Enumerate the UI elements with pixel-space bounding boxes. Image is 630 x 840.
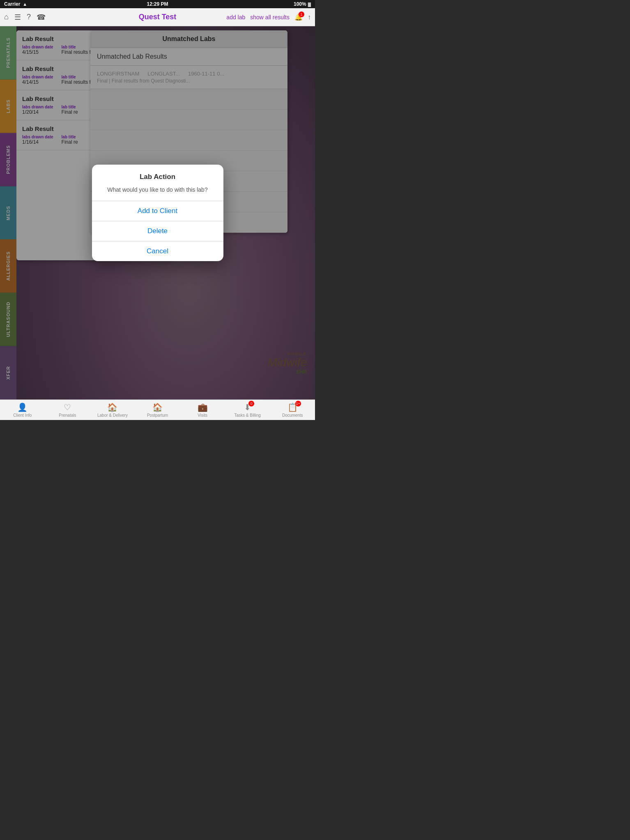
- wifi-icon: ▲: [23, 2, 27, 7]
- app-title: Quest Test: [139, 13, 177, 21]
- tab-postpartum[interactable]: 🏠 Postpartum: [135, 400, 180, 420]
- tab-prenatals[interactable]: ♡ Prenatals: [45, 400, 90, 420]
- tab-client-info-label: Client Info: [13, 413, 32, 418]
- documents-badge-container: 📋 1+: [287, 402, 298, 412]
- tasks-badge: 0: [248, 401, 254, 406]
- top-nav: ⌂ ☰ ? ☎ Quest Test add lab show all resu…: [0, 8, 315, 26]
- tasks-badge-container: ⬇ 0: [244, 402, 251, 412]
- help-icon[interactable]: ?: [27, 13, 31, 21]
- tab-visits[interactable]: 💼 Visits: [180, 400, 225, 420]
- client-info-icon: 👤: [17, 402, 28, 412]
- tab-documents-label: Documents: [282, 413, 303, 418]
- labor-icon: 🏠: [107, 402, 117, 412]
- tab-tasks-label: Tasks & Billing: [234, 413, 260, 418]
- bg-content: PRENATALS LABS PROBLEMS MEDS ALLERGIES U…: [0, 26, 315, 399]
- tab-labor-delivery[interactable]: 🏠 Labor & Delivery: [90, 400, 135, 420]
- postpartum-icon: 🏠: [152, 402, 163, 412]
- documents-badge: 1+: [295, 401, 301, 406]
- home-icon[interactable]: ⌂: [4, 13, 9, 21]
- add-to-client-button[interactable]: Add to Client: [92, 201, 223, 221]
- delete-button[interactable]: Delete: [92, 221, 223, 241]
- lab-action-dialog: Lab Action What would you like to do wit…: [92, 165, 223, 261]
- top-nav-right: add lab show all results 🔔 1 ↑: [226, 13, 311, 21]
- battery-icon: ▓: [308, 2, 311, 7]
- menu-icon[interactable]: ☰: [14, 13, 21, 22]
- battery-text: 100%: [294, 1, 306, 7]
- nav-icons: ⌂ ☰ ? ☎: [4, 13, 46, 22]
- time-display: 12:29 PM: [147, 1, 168, 7]
- dialog-message: What would you like to do with this lab?: [92, 184, 223, 201]
- notification-badge: 1: [299, 11, 304, 17]
- show-all-results-link[interactable]: show all results: [250, 14, 290, 21]
- prenatals-icon: ♡: [64, 402, 71, 412]
- dialog-title: Lab Action: [100, 173, 215, 181]
- cancel-button[interactable]: Cancel: [92, 241, 223, 261]
- tab-visits-label: Visits: [198, 413, 207, 418]
- modal-overlay[interactable]: Lab Action What would you like to do wit…: [0, 26, 315, 399]
- tab-labor-label: Labor & Delivery: [97, 413, 128, 418]
- status-bar: Carrier ▲ 12:29 PM 100% ▓: [0, 0, 315, 8]
- share-icon[interactable]: ↑: [308, 14, 311, 21]
- tab-documents[interactable]: 📋 1+ Documents: [270, 400, 315, 420]
- bottom-tabbar: 👤 Client Info ♡ Prenatals 🏠 Labor & Deli…: [0, 399, 315, 420]
- tab-postpartum-label: Postpartum: [147, 413, 168, 418]
- tab-client-info[interactable]: 👤 Client Info: [0, 400, 45, 420]
- phone-icon[interactable]: ☎: [37, 13, 46, 22]
- tab-prenatals-label: Prenatals: [59, 413, 76, 418]
- carrier-text: Carrier: [4, 1, 20, 7]
- notification-bell[interactable]: 🔔 1: [294, 13, 303, 21]
- tab-tasks-billing[interactable]: ⬇ 0 Tasks & Billing: [225, 400, 270, 420]
- add-lab-link[interactable]: add lab: [226, 14, 245, 21]
- visits-icon: 💼: [198, 402, 208, 412]
